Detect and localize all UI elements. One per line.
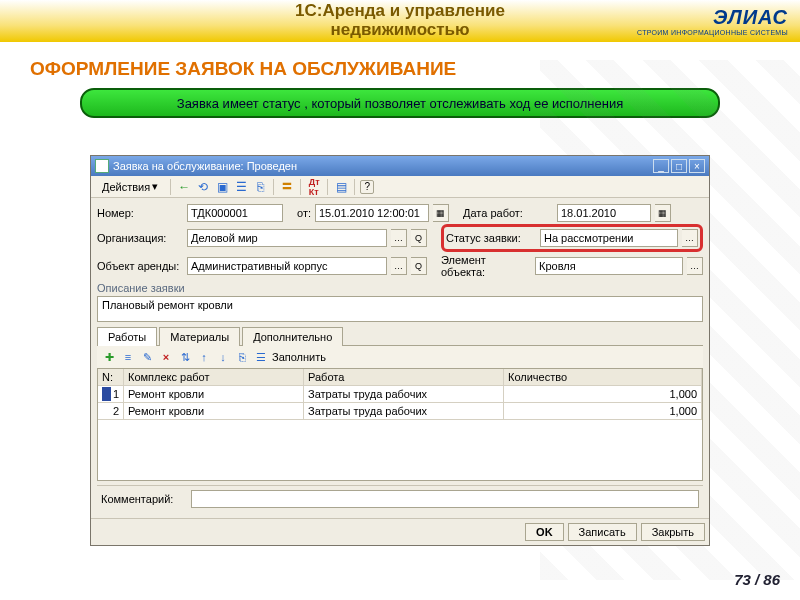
list-icon[interactable]: ☰	[233, 179, 249, 195]
number-field[interactable]: ТДК000001	[187, 204, 283, 222]
date-field[interactable]: 15.01.2010 12:00:01	[315, 204, 429, 222]
col-qty[interactable]: Количество	[504, 369, 702, 385]
tab-additional[interactable]: Дополнительно	[242, 327, 343, 346]
close-icon[interactable]: ×	[689, 159, 705, 173]
settings-icon[interactable]: ☰	[253, 349, 269, 365]
description-group-header: Описание заявки	[97, 282, 703, 294]
element-select-icon[interactable]: …	[687, 257, 703, 275]
copy-icon[interactable]: ⎘	[252, 179, 268, 195]
object-label: Объект аренды:	[97, 260, 183, 272]
header-title: 1С:Аренда и управлениенедвижимостью	[182, 2, 618, 39]
detail-tabs: Работы Материалы Дополнительно	[97, 326, 703, 346]
post-icon[interactable]: ▣	[214, 179, 230, 195]
help-icon[interactable]: ?	[360, 180, 374, 194]
slide-header: 1С:Аренда и управлениенедвижимостью ЭЛИА…	[0, 0, 800, 42]
add-row-icon[interactable]: ✚	[101, 349, 117, 365]
object-select-icon[interactable]: …	[391, 257, 407, 275]
tab-works[interactable]: Работы	[97, 327, 157, 346]
nav-back-icon[interactable]: ←	[176, 179, 192, 195]
move-down-icon[interactable]: ↓	[215, 349, 231, 365]
vendor-logo: ЭЛИАС СТРОИМ ИНФОРМАЦИОННЫЕ СИСТЕМЫ	[618, 5, 788, 37]
organization-field[interactable]: Деловой мир	[187, 229, 387, 247]
grid-empty-area	[98, 420, 702, 480]
element-field[interactable]: Кровля	[535, 257, 683, 275]
window-toolbar: Действия ▾ ← ⟲ ▣ ☰ ⎘ 〓 ДтКт ▤ ?	[91, 176, 709, 198]
comment-field[interactable]	[191, 490, 699, 508]
col-complex[interactable]: Комплекс работ	[124, 369, 304, 385]
status-field[interactable]: На рассмотрении	[540, 229, 678, 247]
window-titlebar: Заявка на обслуживание: Проведен _ □ ×	[91, 156, 709, 176]
comment-row: Комментарий:	[97, 485, 703, 512]
report-icon[interactable]: ▤	[333, 179, 349, 195]
organization-open-icon[interactable]: Q	[411, 229, 427, 247]
edit-row-icon[interactable]: ✎	[139, 349, 155, 365]
object-open-icon[interactable]: Q	[411, 257, 427, 275]
col-work[interactable]: Работа	[304, 369, 504, 385]
date-picker-icon[interactable]: ▦	[433, 204, 449, 222]
ok-button[interactable]: OK	[525, 523, 564, 541]
table-row[interactable]: 1 Ремонт кровли Затраты труда рабочих 1,…	[98, 386, 702, 403]
document-icon	[95, 159, 109, 173]
structure-icon[interactable]: 〓	[279, 179, 295, 195]
description-field[interactable]: Плановый ремонт кровли	[97, 296, 703, 322]
organization-label: Организация:	[97, 232, 183, 244]
organization-select-icon[interactable]: …	[391, 229, 407, 247]
works-grid: N: Комплекс работ Работа Количество 1 Ре…	[97, 368, 703, 481]
col-number[interactable]: N:	[98, 369, 124, 385]
page-number: 73 / 86	[734, 571, 780, 588]
window-footer-buttons: OK Записать Закрыть	[91, 518, 709, 545]
sort-icon[interactable]: ⇅	[177, 349, 193, 365]
table-row[interactable]: 2 Ремонт кровли Затраты труда рабочих 1,…	[98, 403, 702, 420]
save-button[interactable]: Записать	[568, 523, 637, 541]
fill-button[interactable]: Заполнить	[272, 351, 326, 363]
element-label: Элемент объекта:	[441, 254, 531, 278]
move-up-icon[interactable]: ↑	[196, 349, 212, 365]
window-title: Заявка на обслуживание: Проведен	[113, 160, 297, 172]
refresh-icon[interactable]: ⟲	[195, 179, 211, 195]
insert-row-icon[interactable]: ≡	[120, 349, 136, 365]
info-banner: Заявка имеет статус , который позволяет …	[80, 88, 720, 118]
actions-menu[interactable]: Действия ▾	[95, 177, 165, 196]
object-field[interactable]: Административный корпус	[187, 257, 387, 275]
status-label: Статус заявки:	[446, 232, 536, 244]
from-label: от:	[287, 207, 311, 219]
minimize-icon[interactable]: _	[653, 159, 669, 173]
tab-materials[interactable]: Материалы	[159, 327, 240, 346]
date-works-picker-icon[interactable]: ▦	[655, 204, 671, 222]
service-request-window: Заявка на обслуживание: Проведен _ □ × Д…	[90, 155, 710, 546]
copy-row-icon[interactable]: ⎘	[234, 349, 250, 365]
comment-label: Комментарий:	[101, 493, 187, 505]
maximize-icon[interactable]: □	[671, 159, 687, 173]
section-title: ОФОРМЛЕНИЕ ЗАЯВОК НА ОБСЛУЖИВАНИЕ	[30, 58, 800, 80]
date-works-field[interactable]: 18.01.2010	[557, 204, 651, 222]
grid-toolbar: ✚ ≡ ✎ × ⇅ ↑ ↓ ⎘ ☰ Заполнить	[97, 346, 703, 368]
delete-row-icon[interactable]: ×	[158, 349, 174, 365]
status-select-icon[interactable]: …	[682, 229, 698, 247]
row-marker-icon	[102, 387, 111, 401]
close-button[interactable]: Закрыть	[641, 523, 705, 541]
number-label: Номер:	[97, 207, 183, 219]
debit-credit-icon[interactable]: ДтКт	[306, 179, 322, 195]
date-works-label: Дата работ:	[463, 207, 553, 219]
grid-header-row: N: Комплекс работ Работа Количество	[98, 369, 702, 386]
